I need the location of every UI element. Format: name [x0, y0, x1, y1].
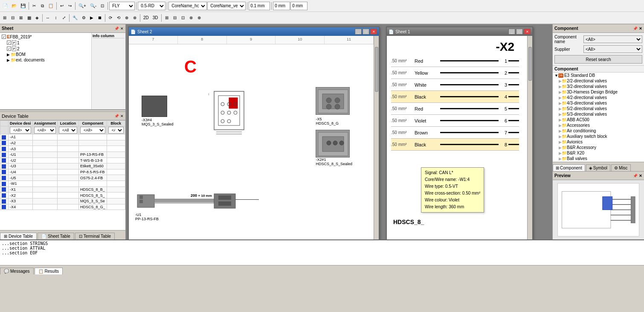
- toolbar-btn-r17[interactable]: ⊞: [163, 13, 171, 23]
- list-item[interactable]: .50 mm² Brown 7: [391, 127, 519, 139]
- toolbar-btn-r14[interactable]: ⟲: [115, 13, 122, 23]
- toolbar-btn-r20[interactable]: ⊗: [187, 13, 195, 23]
- table-row[interactable]: -X4 HDSCS_8_G_: [0, 204, 125, 210]
- list-item[interactable]: .50 mm² Red 5: [391, 103, 519, 115]
- toolbar-btn-r3[interactable]: ⊠: [17, 13, 25, 23]
- sheet2-vscroll-thumb[interactable]: [375, 47, 378, 92]
- toolbar-btn-r19[interactable]: ⊡: [179, 13, 187, 23]
- sheet2-vscroll[interactable]: [374, 36, 379, 239]
- comp-tree-item[interactable]: ▶📁Air conditioning: [553, 128, 644, 134]
- comp-tree-item[interactable]: ▶📁2/2-directional valves: [553, 78, 644, 84]
- comp-tree-item[interactable]: ▶📁Ball valves: [553, 156, 644, 161]
- toolbar-btn-r8[interactable]: ⤢: [60, 13, 68, 23]
- toolbar-btn-cut[interactable]: ✂: [30, 1, 38, 11]
- comp-tree-item[interactable]: ▼DBE3 Standard DB: [553, 73, 644, 78]
- comp-tree-item[interactable]: ▶📁5/2-directional valves: [553, 106, 644, 111]
- toolbar-btn-r11[interactable]: ▶: [88, 13, 96, 23]
- sheet-panel-close[interactable]: ✕: [120, 26, 124, 31]
- sheet2-minimize[interactable]: _: [355, 29, 362, 35]
- comp-tree-item[interactable]: ▶📁ABB AC500: [553, 117, 644, 122]
- toolbar-btn-new[interactable]: 📄: [1, 1, 9, 11]
- tab-results[interactable]: 📋 Results: [35, 268, 63, 274]
- toolbar-btn-r6[interactable]: ↔: [44, 13, 52, 23]
- list-item[interactable]: .50 mm² Yellow 2: [391, 67, 519, 79]
- preview-close[interactable]: ✕: [639, 174, 642, 178]
- sheet1-titlebar[interactable]: 📄 Sheet 1 _ □ ✕: [387, 27, 532, 36]
- offset-x-input[interactable]: [273, 2, 290, 10]
- core-name-hori-dropdown[interactable]: CoreName_hori: [168, 2, 207, 10]
- toolbar-btn-r13[interactable]: ⟳: [107, 13, 114, 23]
- toolbar-btn-paste[interactable]: 📋: [46, 1, 55, 11]
- toolbar-btn-r12[interactable]: ⏹: [96, 13, 104, 23]
- toolbar-btn-r7[interactable]: ↕: [52, 13, 60, 23]
- fly-dropdown[interactable]: FLY: [109, 2, 135, 10]
- table-row[interactable]: -U1 PP-13-RS-FB: [0, 152, 125, 157]
- comp-tree-item[interactable]: ▶📁Accessories: [553, 122, 644, 128]
- tab-terminal-table[interactable]: ⊡ Terminal Table: [75, 233, 115, 239]
- toolbar-btn-r1[interactable]: ⊞: [1, 13, 9, 23]
- offset-y-input[interactable]: [290, 2, 307, 10]
- toolbar-btn-save[interactable]: 💾: [19, 1, 27, 11]
- comp-tree-item[interactable]: ▶📁B&R X20: [553, 150, 644, 156]
- toolbar-btn-zoom-out[interactable]: 🔍-: [88, 1, 98, 11]
- table-row[interactable]: -U3 Etikett_35x60: [0, 163, 125, 169]
- component-panel-close[interactable]: ✕: [639, 26, 642, 31]
- list-item[interactable]: .50 mm² Violet 6: [391, 115, 519, 127]
- toolbar-btn-r10[interactable]: ⚙: [80, 13, 87, 23]
- tab-messages[interactable]: 💬 Messages: [0, 268, 34, 274]
- comp-name-select[interactable]: <All>: [583, 35, 642, 43]
- core-name-vert-dropdown[interactable]: CoreName_vert: [207, 2, 246, 10]
- tree-check[interactable]: ✓: [7, 41, 11, 45]
- sheet2-maximize[interactable]: □: [363, 29, 369, 35]
- sheet1-drawing[interactable]: -X2 .50 mm² Red 1 .50 mm² Yellow 2 .50 m…: [387, 36, 527, 239]
- sheet2-close[interactable]: ✕: [370, 29, 377, 35]
- toolbar-btn-r21[interactable]: ⊕: [195, 13, 203, 23]
- comp-tree-item[interactable]: ▶📁4/2-directional valves: [553, 95, 644, 100]
- preview-pin[interactable]: 📌: [633, 174, 638, 178]
- toolbar-btn-r4[interactable]: ▦: [25, 13, 33, 23]
- line-width-dropdown[interactable]: 0.5-RD: [138, 2, 165, 10]
- comp-tree-item[interactable]: ▶📁4/3-directional valves: [553, 100, 644, 106]
- list-item[interactable]: .50 mm² Black 8: [391, 139, 519, 151]
- tab-component[interactable]: ⊞ Component: [553, 164, 585, 171]
- sheet-tree-item[interactable]: ▶📁BOM: [1, 52, 90, 57]
- tree-check[interactable]: ✓: [7, 47, 11, 51]
- toolbar-btn-r9[interactable]: 🔧: [71, 13, 79, 23]
- sheet2-titlebar[interactable]: 📄 Sheet 2 _ □ ✕: [129, 27, 379, 36]
- comp-tree-item[interactable]: ▶📁Avionics: [553, 139, 644, 145]
- table-row[interactable]: -A1: [0, 134, 125, 140]
- sheet1-vscroll[interactable]: [527, 36, 532, 239]
- sheet-tree-item[interactable]: ✓P2: [1, 46, 90, 52]
- toolbar-btn-open[interactable]: 📂: [10, 1, 18, 11]
- device-table-close[interactable]: ✕: [120, 114, 124, 118]
- tab-misc[interactable]: ⚙ Misc: [611, 164, 631, 171]
- table-row[interactable]: -U2 T-WS-B-13-8: [0, 157, 125, 163]
- table-row[interactable]: -A3: [0, 146, 125, 152]
- table-row[interactable]: -X2 HDSCS_8_S_: [0, 192, 125, 198]
- sheet1-maximize[interactable]: □: [516, 29, 523, 35]
- toolbar-btn-r2[interactable]: ⊟: [9, 13, 17, 23]
- toolbar-btn-redo[interactable]: ↪: [66, 1, 74, 11]
- sheet-tree-item[interactable]: ✓EFBB_2019*: [1, 34, 90, 40]
- table-row[interactable]: -A2: [0, 140, 125, 146]
- table-row[interactable]: -X3 MQS_3_S_Se: [0, 198, 125, 204]
- tree-expand[interactable]: ▶: [7, 52, 10, 57]
- table-row[interactable]: -U4 PP-8.5-RS-FB: [0, 169, 125, 175]
- reset-search-button[interactable]: Reset search: [554, 55, 642, 64]
- toolbar-btn-r5[interactable]: ◈: [33, 13, 41, 23]
- comp-supplier-select[interactable]: <All>: [583, 45, 642, 53]
- toolbar-btn-zoom-fit[interactable]: ⊡: [99, 1, 106, 11]
- sheet1-close[interactable]: ✕: [524, 29, 531, 35]
- toolbar-btn-undo[interactable]: ↩: [58, 1, 66, 11]
- list-item[interactable]: .50 mm² White 3: [391, 79, 519, 91]
- comp-tree-item[interactable]: ▶📁B&R Accessory: [553, 145, 644, 150]
- toolbar-btn-r15[interactable]: ⊕: [123, 13, 131, 23]
- sheet-panel-pin[interactable]: 📌: [114, 26, 119, 31]
- sheet2-drawing[interactable]: C -X3#4 MQS_3_S_Sealed: [129, 44, 374, 239]
- list-item[interactable]: .50 mm² Red 1: [391, 55, 519, 67]
- tree-check[interactable]: ✓: [2, 35, 6, 39]
- sheet1-minimize[interactable]: _: [508, 29, 515, 35]
- comp-tree-item[interactable]: ▶📁5/3-directional valves: [553, 111, 644, 117]
- sheet1-vscroll-thumb[interactable]: [528, 47, 532, 81]
- table-row[interactable]: -X1 HDSCS_8_B_: [0, 187, 125, 192]
